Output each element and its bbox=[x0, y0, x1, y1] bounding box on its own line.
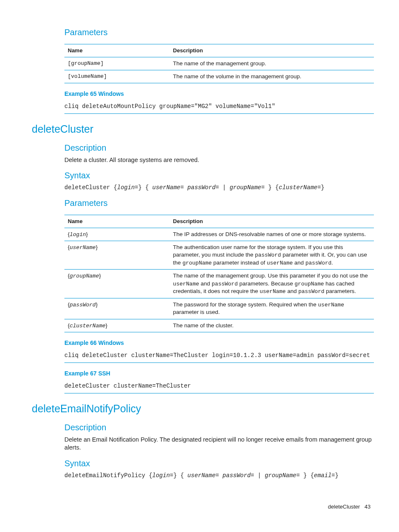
syntax-text: } bbox=[321, 184, 324, 191]
param-name: {clusterName} bbox=[64, 319, 170, 332]
param-name: {{login}login} bbox=[64, 228, 170, 241]
text: The password for the storage system. Req… bbox=[173, 301, 318, 308]
table-row: {groupName} The name of the management g… bbox=[64, 270, 374, 298]
example-66-heading: Example 66 Windows bbox=[64, 339, 374, 347]
param-desc: The password for the storage system. Req… bbox=[170, 298, 374, 319]
param-name: {passWord} bbox=[64, 298, 170, 319]
description-text: Delete an Email Notification Policy. The… bbox=[64, 436, 374, 452]
syntax-arg: userName= passWord= | groupName= bbox=[187, 472, 303, 479]
param-desc: The name of the management group. Use th… bbox=[170, 270, 374, 298]
text: parameter instead of bbox=[212, 260, 266, 266]
syntax-text: } { bbox=[138, 184, 152, 191]
table-row: {{login}login} The IP addresses or DNS-r… bbox=[64, 228, 374, 241]
text: parameters. Because bbox=[238, 280, 294, 287]
param-desc: The name of the volume in the management… bbox=[170, 70, 374, 83]
text: and bbox=[293, 260, 305, 266]
example-67-code: deleteCluster clusterName=TheCluster bbox=[64, 380, 374, 393]
col-name: Name bbox=[64, 44, 170, 57]
param-code-text: passWord bbox=[70, 302, 96, 308]
deletecluster-heading: deleteCluster bbox=[32, 122, 374, 136]
example-67-heading: Example 67 SSH bbox=[64, 370, 374, 378]
param-desc: The name of the management group. bbox=[170, 57, 374, 70]
table-row: [groupName] The name of the management g… bbox=[64, 57, 374, 70]
code: userName bbox=[173, 281, 199, 287]
syntax-arg: clusterName= bbox=[279, 184, 321, 191]
code: passWord bbox=[305, 260, 331, 266]
table-row: {clusterName} The name of the cluster. bbox=[64, 319, 374, 332]
syntax-heading: Syntax bbox=[64, 170, 374, 181]
param-desc: The IP addresses or DNS-resolvable names… bbox=[170, 228, 374, 241]
param-name: [groupName] bbox=[64, 57, 170, 70]
param-name: {groupName} bbox=[64, 270, 170, 298]
parameters-table-2: Name Description {{login}login} The IP a… bbox=[64, 215, 374, 332]
syntax-arg: login= bbox=[152, 472, 173, 479]
brace: } bbox=[96, 244, 98, 250]
syntax-arg: userName= passWord= | groupName= bbox=[152, 184, 268, 191]
example-65-code: cliq deleteAutoMountPolicy groupName="MG… bbox=[64, 100, 374, 114]
param-name: [volumeName] bbox=[64, 70, 170, 83]
parameters-heading-2: Parameters bbox=[64, 198, 374, 209]
table-header-row: Name Description bbox=[64, 44, 374, 57]
syntax-command: deleteEmailNotifyPolicy { bbox=[64, 472, 152, 479]
parameters-table-1: Name Description [groupName] The name of… bbox=[64, 44, 374, 83]
param-code-text: login bbox=[70, 231, 86, 238]
table-row: [volumeName] The name of the volume in t… bbox=[64, 70, 374, 83]
code: groupName bbox=[182, 260, 212, 266]
description-heading: Description bbox=[64, 142, 374, 154]
syntax-line: deleteCluster {login=} { userName= passW… bbox=[64, 184, 374, 192]
table-header-row: Name Description bbox=[64, 215, 374, 228]
example-65-heading: Example 65 Windows bbox=[64, 90, 374, 98]
syntax-heading: Syntax bbox=[64, 458, 374, 469]
code: userName bbox=[267, 260, 293, 266]
syntax-text: } { bbox=[268, 184, 279, 191]
syntax-arg: login= bbox=[117, 184, 138, 191]
code: passWord bbox=[212, 281, 238, 287]
text: and bbox=[199, 280, 212, 287]
table-row: {passWord} The password for the storage … bbox=[64, 298, 374, 319]
syntax-arg: email= bbox=[314, 472, 335, 479]
footer-section: deleteCluster bbox=[328, 504, 360, 510]
param-name: {userName} bbox=[64, 241, 170, 270]
syntax-text: } { bbox=[173, 472, 187, 479]
param-desc: The authentication user name for the sto… bbox=[170, 241, 374, 270]
description-text: Delete a cluster. All storage systems ar… bbox=[64, 156, 374, 164]
brace: } bbox=[86, 231, 88, 237]
brace: } bbox=[105, 322, 107, 329]
param-code-text: clusterName bbox=[70, 323, 106, 329]
text: parameters. bbox=[325, 288, 356, 294]
example-66-code: cliq deleteCluster clusterName=TheCluste… bbox=[64, 350, 374, 363]
code: userName bbox=[318, 302, 344, 308]
parameters-heading-1: Parameters bbox=[64, 27, 374, 38]
code: passWord bbox=[298, 288, 324, 295]
text: . bbox=[332, 260, 333, 266]
syntax-text: } { bbox=[303, 472, 314, 479]
page-footer: deleteCluster 43 bbox=[33, 503, 374, 511]
text: The name of the management group. Use th… bbox=[173, 272, 368, 279]
param-desc: The name of the cluster. bbox=[170, 319, 374, 332]
brace: } bbox=[99, 272, 101, 279]
description-heading: Description bbox=[64, 422, 374, 433]
syntax-line: deleteEmailNotifyPolicy {login=} { userN… bbox=[64, 472, 374, 480]
syntax-command: deleteCluster { bbox=[64, 184, 117, 191]
footer-page-number: 43 bbox=[365, 504, 371, 510]
col-description: Description bbox=[170, 215, 374, 228]
deleteemailnotifypolicy-heading: deleteEmailNotifyPolicy bbox=[32, 402, 374, 416]
code: groupName bbox=[294, 281, 324, 287]
col-name: Name bbox=[64, 215, 170, 228]
col-description: Description bbox=[170, 44, 374, 57]
text: parameter is used. bbox=[173, 309, 220, 315]
brace: } bbox=[96, 301, 98, 308]
code: userName bbox=[260, 288, 286, 295]
param-code-text: groupName bbox=[70, 273, 99, 279]
table-row: {userName} The authentication user name … bbox=[64, 241, 374, 270]
param-code-text: userName bbox=[70, 244, 96, 251]
text: and bbox=[286, 288, 298, 294]
code: passWord bbox=[255, 252, 281, 258]
syntax-text: } bbox=[335, 472, 338, 479]
